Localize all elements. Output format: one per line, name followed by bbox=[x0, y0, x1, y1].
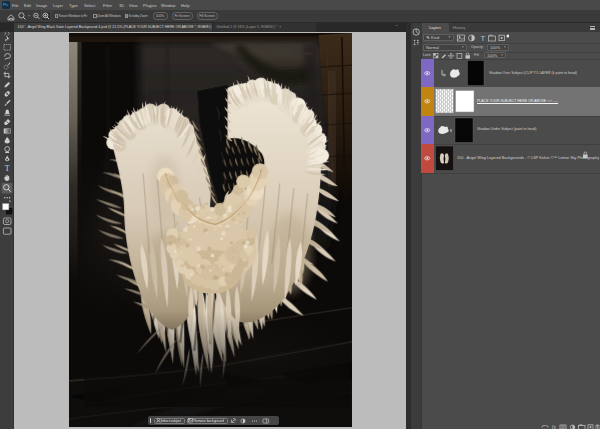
svg-text:T: T bbox=[5, 164, 10, 173]
svg-text:fx: fx bbox=[552, 424, 556, 429]
svg-text:T: T bbox=[481, 34, 486, 42]
